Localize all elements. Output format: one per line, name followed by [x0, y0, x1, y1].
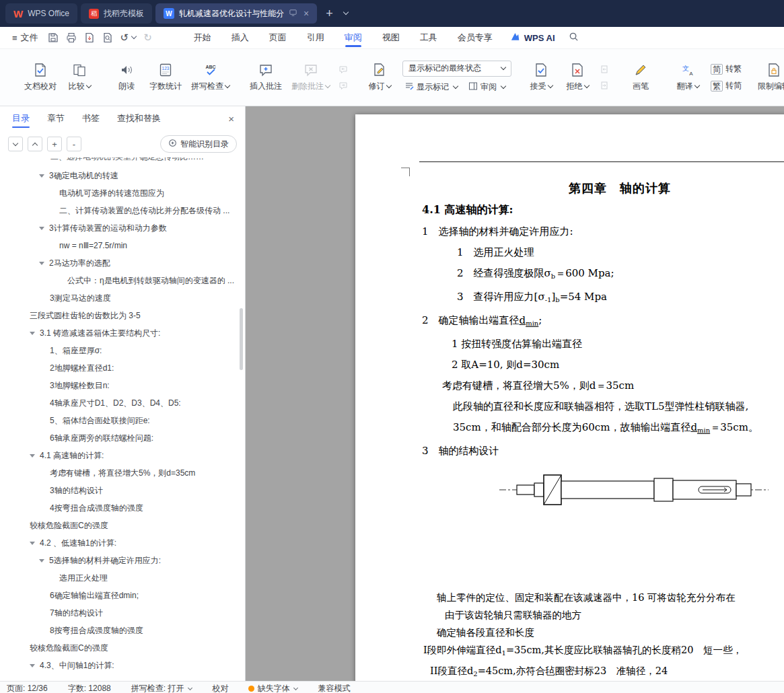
collapse-arrow-icon[interactable]	[30, 664, 35, 667]
compare-button[interactable]: 比较	[62, 55, 97, 100]
to-traditional-button[interactable]: 简 转繁	[711, 63, 742, 76]
toc-item[interactable]: 三段式圆柱齿轮的齿数比为 3-5	[0, 307, 245, 324]
toc-expand-button[interactable]	[28, 137, 42, 151]
menu-member[interactable]: 会员专享	[458, 27, 493, 48]
toc-plus-button[interactable]: +	[47, 137, 62, 151]
collapse-arrow-icon[interactable]	[39, 174, 44, 178]
next-comment-icon[interactable]	[336, 79, 350, 92]
toc-item[interactable]: 6确定轴输出端直径dmin;	[0, 587, 245, 604]
next-change-icon[interactable]	[598, 79, 611, 92]
toc-item[interactable]: 4轴承座尺寸D1、D2、D3、D4、D5:	[0, 394, 245, 412]
toc-minus-button[interactable]: -	[67, 137, 81, 151]
toc-item[interactable]: 3确定电动机的转速	[0, 167, 245, 184]
toc-collapse-button[interactable]	[8, 137, 23, 151]
search-icon[interactable]	[569, 32, 579, 44]
sidebar-scrollbar[interactable]	[240, 308, 243, 370]
tab-chapters[interactable]: 章节	[47, 106, 65, 131]
toc-item[interactable]: 电动机可选择的转速范围应为	[0, 184, 245, 202]
delete-comment-button[interactable]: 删除批注	[287, 55, 334, 100]
toc-item[interactable]: 7轴的结构设计	[0, 604, 245, 622]
toc-item[interactable]: 选用正火处理	[0, 569, 245, 587]
missing-font-indicator[interactable]: 缺失字体	[248, 683, 297, 693]
new-tab-button[interactable]: +	[320, 7, 338, 21]
close-tab-icon[interactable]: ×	[304, 8, 309, 19]
menu-view[interactable]: 视图	[382, 27, 400, 48]
smart-toc-button[interactable]: 智能识别目录	[160, 135, 237, 153]
toc-item[interactable]: 3计算传动装置的运动和动力参数	[0, 219, 245, 237]
print-icon[interactable]	[66, 32, 77, 43]
menu-reference[interactable]: 引用	[307, 27, 324, 48]
tab-find-replace[interactable]: 查找和替换	[117, 106, 161, 131]
file-menu[interactable]: ≡ 文件	[7, 32, 44, 44]
tab-wps-office[interactable]: W WPS Office	[5, 3, 77, 24]
tab-list-chevron-icon[interactable]	[343, 9, 348, 15]
toc-item[interactable]: 3.1 铸造减速器箱体主要结构尺寸:	[0, 324, 245, 342]
menu-tools[interactable]: 工具	[420, 27, 437, 48]
collapse-arrow-icon[interactable]	[30, 542, 35, 545]
track-changes-button[interactable]: 修订	[362, 55, 397, 100]
tab-docer-templates[interactable]: 稻 找稻壳模板	[81, 3, 152, 24]
accept-button[interactable]: 接受	[524, 55, 559, 100]
document-page[interactable]: 第四章 轴的计算 4.1 高速轴的计算: 1 选择轴的材料并确定许用应力:1 选…	[355, 114, 784, 681]
tab-bookmarks[interactable]: 书签	[82, 106, 100, 131]
toc-item[interactable]: 2马达功率的选配	[0, 254, 245, 272]
toc-item[interactable]: nw = nⅢ=27.5r/min	[0, 237, 245, 254]
toc-item[interactable]: 二、计算传动装置的总传动比并分配各级传动 ...	[0, 202, 245, 219]
collapse-arrow-icon[interactable]	[39, 559, 44, 562]
toc-item[interactable]: 5选择轴的材料并确定许用应力:	[0, 552, 245, 569]
show-markup-button[interactable]: 显示标记	[402, 80, 460, 95]
menu-page[interactable]: 页面	[269, 27, 287, 48]
pen-button[interactable]: 画笔	[623, 55, 658, 100]
toc-item[interactable]: 公式中：η是电机到转鼓驱动轴间的变速器的 ...	[0, 272, 245, 289]
spell-check-button[interactable]: ABC 拼写检查	[187, 55, 234, 100]
to-simplified-button[interactable]: 繁 转简	[711, 79, 742, 93]
reject-button[interactable]: 拒绝	[560, 55, 595, 100]
collapse-arrow-icon[interactable]	[39, 227, 44, 230]
toc-item[interactable]: 4按弯扭合成强度轴的强度	[0, 499, 245, 517]
toc-item[interactable]: 6轴承座两旁的联结螺栓问题:	[0, 429, 245, 447]
toc-item[interactable]: 1、箱座壁厚σ:	[0, 342, 245, 359]
undo-icon[interactable]: ↺	[120, 32, 129, 44]
word-count-indicator[interactable]: 字数: 12088	[68, 683, 111, 693]
redo-icon[interactable]: ↻	[143, 32, 152, 44]
previous-comment-icon[interactable]	[336, 63, 350, 75]
close-sidebar-icon[interactable]: ×	[228, 113, 234, 124]
document-canvas[interactable]: 第四章 轴的计算 4.1 高速轴的计算: 1 选择轴的材料并确定许用应力:1 选…	[246, 106, 784, 681]
toc-item[interactable]: 3地脚螺栓数目n:	[0, 377, 245, 394]
toc-item[interactable]: 较核危险截面C的强度	[0, 517, 245, 534]
toc-item[interactable]: 二、选择电动机的类型并确定总传动比……	[0, 157, 245, 167]
print-preview-icon[interactable]	[102, 32, 113, 43]
toc-item[interactable]: 8按弯扭合成强度轴的强度	[0, 622, 245, 639]
translate-button[interactable]: 文A 翻译	[670, 55, 705, 100]
toc-item[interactable]: 较核危险截面C的强度	[0, 639, 245, 657]
read-aloud-button[interactable]: 朗读	[109, 55, 144, 100]
toc-item[interactable]: 3测定马达的速度	[0, 289, 245, 307]
toc-item[interactable]: 4.2 、低速轴1的计算:	[0, 534, 245, 552]
markup-state-select[interactable]: 显示标记的最终状态	[402, 61, 511, 77]
toc-item[interactable]: 考虑有键槽，将直径增大5%，则d=35cm	[0, 464, 245, 482]
collapse-arrow-icon[interactable]	[30, 332, 35, 335]
tab-toc[interactable]: 目录	[12, 106, 30, 131]
tab-document[interactable]: W 轧机减速器优化设计与性能分 ×	[155, 3, 317, 24]
page-indicator[interactable]: 页面: 12/36	[7, 683, 48, 693]
menu-review[interactable]: 审阅	[345, 27, 362, 48]
menu-home[interactable]: 开始	[194, 27, 211, 48]
toc-item[interactable]: 4.3、中间轴1的计算:	[0, 657, 245, 674]
toc-item[interactable]: 2地脚螺栓直径d1:	[0, 359, 245, 377]
collapse-arrow-icon[interactable]	[39, 262, 44, 265]
previous-change-icon[interactable]	[598, 63, 611, 75]
review-pane-button[interactable]: 审阅	[466, 80, 507, 95]
menu-insert[interactable]: 插入	[231, 27, 249, 48]
proofread-indicator[interactable]: 校对	[212, 683, 228, 693]
restrict-edit-button[interactable]: 限制编辑	[754, 55, 784, 100]
document-content[interactable]: 第四章 轴的计算 4.1 高速轴的计算: 1 选择轴的材料并确定许用应力:1 选…	[422, 180, 784, 681]
wps-ai-button[interactable]: WPS AI	[510, 32, 555, 44]
spellcheck-indicator[interactable]: 拼写检查: 打开	[131, 683, 192, 693]
collapse-arrow-icon[interactable]	[30, 454, 35, 458]
doc-proofread-button[interactable]: 文档校对	[20, 55, 61, 100]
toc-item[interactable]: 5、箱体结合面处联接间距e:	[0, 412, 245, 429]
insert-comment-button[interactable]: 插入批注	[246, 55, 286, 100]
word-count-button[interactable]: 123 字数统计	[145, 55, 186, 100]
toc-item[interactable]: 3轴的结构设计	[0, 482, 245, 499]
compat-mode-indicator[interactable]: 兼容模式	[318, 683, 350, 693]
